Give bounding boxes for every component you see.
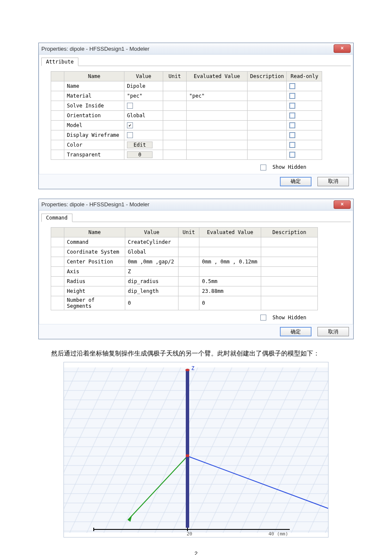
- tab-attribute[interactable]: Attribute: [41, 58, 78, 66]
- show-hidden-label: Show Hidden: [273, 315, 306, 321]
- show-hidden-label: Show Hidden: [273, 164, 306, 170]
- value-checkbox[interactable]: [127, 132, 133, 138]
- col-unit: Unit: [179, 227, 199, 237]
- col-name: Name: [64, 72, 124, 81]
- value-checkbox[interactable]: ✔: [127, 122, 133, 128]
- table-row[interactable]: Color Edit: [51, 140, 322, 150]
- svg-point-10: [185, 369, 190, 371]
- titlebar[interactable]: Properties: dipole - HFSSDesign1 - Model…: [39, 199, 353, 211]
- col-value: Value: [125, 227, 179, 237]
- command-table: Name Value Unit Evaluated Value Descript…: [51, 227, 318, 310]
- readonly-checkbox[interactable]: [289, 142, 295, 148]
- col-eval: Evaluated Value: [199, 227, 261, 237]
- ok-button[interactable]: 确定: [280, 327, 311, 336]
- readonly-checkbox[interactable]: [289, 132, 295, 138]
- command-properties-dialog: Properties: dipole - HFSSDesign1 - Model…: [38, 199, 354, 340]
- close-icon[interactable]: ×: [334, 200, 351, 209]
- table-row[interactable]: Display Wireframe: [51, 130, 322, 140]
- svg-marker-1: [64, 367, 328, 533]
- tabstrip: Command: [41, 213, 351, 222]
- readonly-checkbox[interactable]: [289, 113, 295, 119]
- col-value: Value: [124, 72, 163, 81]
- table-row[interactable]: Number of Segments 0 0: [51, 296, 318, 310]
- col-desc: Description: [261, 227, 318, 237]
- cancel-button[interactable]: 取消: [317, 177, 349, 186]
- readonly-checkbox[interactable]: [289, 83, 295, 89]
- table-row[interactable]: Solve Inside: [51, 101, 322, 111]
- table-row[interactable]: Model ✔: [51, 121, 322, 130]
- window-title: Properties: dipole - HFSSDesign1 - Model…: [41, 46, 150, 52]
- readonly-checkbox[interactable]: [289, 103, 295, 109]
- attribute-table: Name Value Unit Evaluated Value Descript…: [51, 71, 322, 160]
- svg-rect-9: [186, 454, 189, 457]
- edit-color-button[interactable]: Edit: [127, 142, 153, 148]
- table-row[interactable]: Radius dip_radius 0.5mm: [51, 276, 318, 286]
- model-viewport[interactable]: Z 20 40 (mm): [63, 362, 329, 538]
- table-row[interactable]: Name Dipole: [51, 81, 322, 91]
- tab-command[interactable]: Command: [41, 214, 72, 222]
- table-row[interactable]: Orientation Global: [51, 111, 322, 121]
- table-row[interactable]: Transparent 0: [51, 150, 322, 160]
- body-paragraph: 然后通过沿着坐标轴复制操作生成偶极子天线的另一个臂。此时就创建出了偶极子的模型如…: [38, 349, 354, 358]
- cancel-button[interactable]: 取消: [317, 327, 349, 336]
- table-row[interactable]: Axis Z: [51, 266, 318, 276]
- table-row[interactable]: Height dip_length 23.88mm: [51, 286, 318, 296]
- svg-rect-8: [186, 370, 189, 528]
- scale-unit: 40 (mm): [268, 531, 288, 537]
- col-name: Name: [64, 227, 125, 237]
- table-row[interactable]: Center Position 0mm ,0mm ,gap/2 0mm , 0m…: [51, 257, 318, 266]
- table-row[interactable]: Command CreateCylinder: [51, 237, 318, 247]
- table-row[interactable]: Coordinate System Global: [51, 247, 318, 257]
- z-axis-label: Z: [191, 365, 194, 371]
- scale-mid: 20: [187, 531, 192, 537]
- show-hidden-checkbox[interactable]: [260, 315, 266, 321]
- col-eval: Evaluated Value: [187, 72, 248, 81]
- readonly-checkbox[interactable]: [289, 152, 295, 158]
- col-desc: Description: [248, 72, 287, 81]
- ok-button[interactable]: 确定: [280, 177, 311, 186]
- tabstrip: Attribute: [41, 57, 351, 66]
- dialog-footer: 确定 取消: [39, 324, 353, 339]
- window-title: Properties: dipole - HFSSDesign1 - Model…: [41, 201, 150, 208]
- readonly-checkbox[interactable]: [289, 122, 295, 128]
- col-readonly: Read-only: [287, 72, 322, 81]
- dialog-footer: 确定 取消: [39, 174, 353, 189]
- titlebar[interactable]: Properties: dipole - HFSSDesign1 - Model…: [39, 43, 353, 55]
- value-checkbox[interactable]: [127, 103, 133, 109]
- close-icon[interactable]: ×: [334, 44, 351, 53]
- page-number: 2: [38, 550, 354, 555]
- attribute-properties-dialog: Properties: dipole - HFSSDesign1 - Model…: [38, 43, 354, 189]
- readonly-checkbox[interactable]: [289, 93, 295, 99]
- transparent-button[interactable]: 0: [127, 151, 153, 158]
- table-row[interactable]: Material "pec" "pec": [51, 91, 322, 101]
- col-unit: Unit: [163, 72, 187, 81]
- show-hidden-checkbox[interactable]: [260, 165, 266, 171]
